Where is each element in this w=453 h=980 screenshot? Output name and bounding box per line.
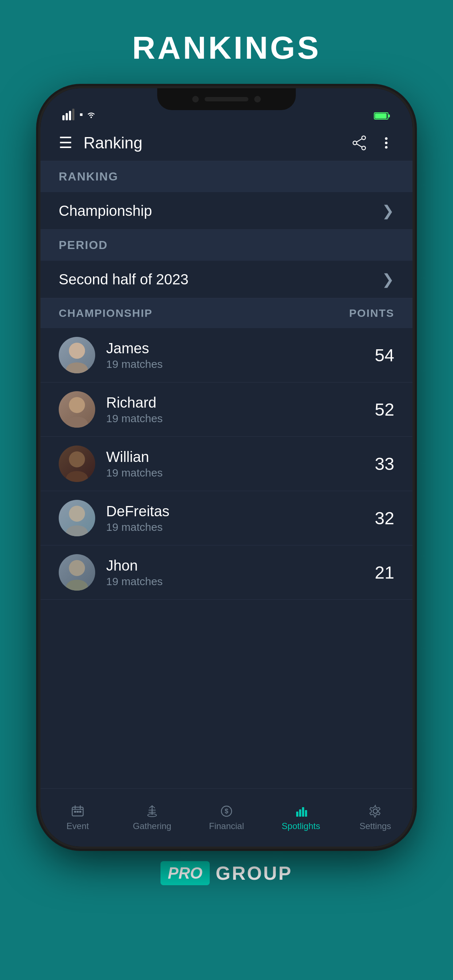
svg-point-21 (69, 560, 85, 576)
signal-bar-3 (69, 111, 71, 120)
nav-label-gathering: Gathering (133, 821, 171, 831)
svg-point-22 (66, 580, 88, 590)
status-bar: ▪ (40, 88, 413, 125)
nav-label-financial: Financial (209, 821, 244, 831)
svg-point-14 (69, 343, 85, 359)
front-camera-left (192, 96, 199, 102)
event-icon (71, 804, 85, 818)
nav-item-gathering[interactable]: Gathering (115, 804, 189, 831)
player-info-james: James 19 matches (106, 340, 375, 371)
svg-point-17 (69, 451, 85, 468)
signal-area: ▪ (62, 109, 97, 120)
svg-line-7 (357, 138, 362, 142)
group-text: GROUP (215, 862, 292, 884)
menu-icon[interactable]: ☰ (59, 134, 73, 152)
championship-chevron-icon: ❯ (382, 202, 394, 219)
championship-row[interactable]: Championship ❯ (40, 192, 413, 230)
player-name-james: James (106, 340, 375, 356)
svg-point-6 (362, 146, 365, 150)
period-section-label: PERIOD (59, 239, 108, 251)
player-name-willian: Willian (106, 449, 375, 465)
bottom-nav: Event Gathering $ Financial (40, 788, 413, 846)
svg-rect-41 (305, 810, 307, 817)
phone-screen: ▪ ☰ Ranking (40, 88, 413, 846)
nav-item-settings[interactable]: Settings (338, 804, 413, 831)
svg-rect-38 (296, 811, 298, 817)
ranking-section-label: RANKING (59, 170, 118, 183)
table-col-championship: CHAMPIONSHIP (59, 307, 152, 320)
player-matches-james: 19 matches (106, 358, 375, 371)
nav-label-spotlights: Spotlights (282, 821, 320, 831)
player-points-richard: 52 (375, 399, 394, 420)
more-icon[interactable] (378, 135, 394, 151)
svg-text:$: $ (225, 808, 228, 815)
svg-rect-40 (302, 807, 304, 817)
page-title: RANKINGS (132, 29, 321, 66)
svg-rect-39 (299, 810, 301, 817)
table-header: CHAMPIONSHIP POINTS (40, 298, 413, 328)
period-label: Second half of 2023 (59, 271, 382, 288)
player-name-richard: Richard (106, 395, 375, 411)
player-matches-jhon: 19 matches (106, 575, 375, 588)
avatar-jhon (59, 554, 95, 590)
svg-point-0 (91, 117, 92, 118)
svg-point-10 (385, 142, 388, 144)
signal-bar-4 (72, 109, 74, 120)
avatar-richard (59, 391, 95, 428)
spotlights-icon (294, 804, 308, 818)
gathering-icon (145, 804, 159, 818)
wifi-icon-svg (85, 110, 97, 118)
player-info-willian: Willian 19 matches (106, 449, 375, 479)
nav-item-spotlights[interactable]: Spotlights (264, 804, 338, 831)
branding: PRO GROUP (161, 861, 292, 885)
svg-point-13 (66, 363, 88, 373)
financial-icon: $ (220, 804, 233, 818)
player-info-defreitas: DeFreitas 19 matches (106, 503, 375, 533)
svg-point-4 (362, 136, 365, 140)
player-matches-defreitas: 19 matches (106, 521, 375, 533)
avatar-defreitas (59, 500, 95, 536)
settings-icon (368, 804, 382, 818)
period-section-header: PERIOD (40, 230, 413, 261)
player-points-defreitas: 32 (375, 508, 394, 528)
svg-point-20 (66, 525, 88, 536)
share-icon[interactable] (351, 135, 367, 151)
period-chevron-icon: ❯ (382, 271, 394, 288)
player-matches-richard: 19 matches (106, 412, 375, 425)
player-row-willian[interactable]: Willian 19 matches 33 (40, 437, 413, 491)
avatar-james (59, 337, 95, 373)
app-bar-title: Ranking (83, 134, 351, 152)
svg-point-11 (385, 146, 388, 148)
svg-line-8 (357, 144, 362, 147)
svg-point-18 (66, 471, 88, 482)
nav-item-financial[interactable]: $ Financial (189, 804, 264, 831)
player-row-james[interactable]: James 19 matches 54 (40, 328, 413, 382)
player-row-richard[interactable]: Richard 19 matches 52 (40, 382, 413, 437)
svg-rect-28 (77, 811, 79, 813)
wifi-icon: ▪ (80, 109, 83, 120)
player-points-willian: 33 (375, 454, 394, 474)
player-row-defreitas[interactable]: DeFreitas 19 matches 32 (40, 491, 413, 546)
svg-point-5 (353, 141, 357, 145)
period-row[interactable]: Second half of 2023 ❯ (40, 261, 413, 298)
avatar-willian (59, 445, 95, 482)
svg-point-42 (373, 809, 378, 813)
player-name-defreitas: DeFreitas (106, 503, 375, 520)
nav-label-settings: Settings (360, 821, 391, 831)
signal-bar-1 (62, 115, 65, 120)
signal-bar-2 (65, 113, 68, 120)
svg-rect-2 (388, 115, 390, 118)
svg-point-9 (385, 137, 388, 140)
player-name-jhon: Jhon (106, 557, 375, 574)
player-row-jhon[interactable]: Jhon 19 matches 21 (40, 546, 413, 600)
nav-item-event[interactable]: Event (40, 804, 115, 831)
player-points-jhon: 21 (375, 563, 394, 582)
battery-icon (374, 111, 391, 120)
ranking-section-header: RANKING (40, 161, 413, 192)
player-points-james: 54 (375, 345, 394, 365)
battery-area (374, 111, 391, 120)
speaker (205, 97, 248, 101)
notch (157, 88, 296, 110)
svg-point-16 (66, 417, 88, 428)
phone-shell: ▪ ☰ Ranking (40, 88, 413, 846)
